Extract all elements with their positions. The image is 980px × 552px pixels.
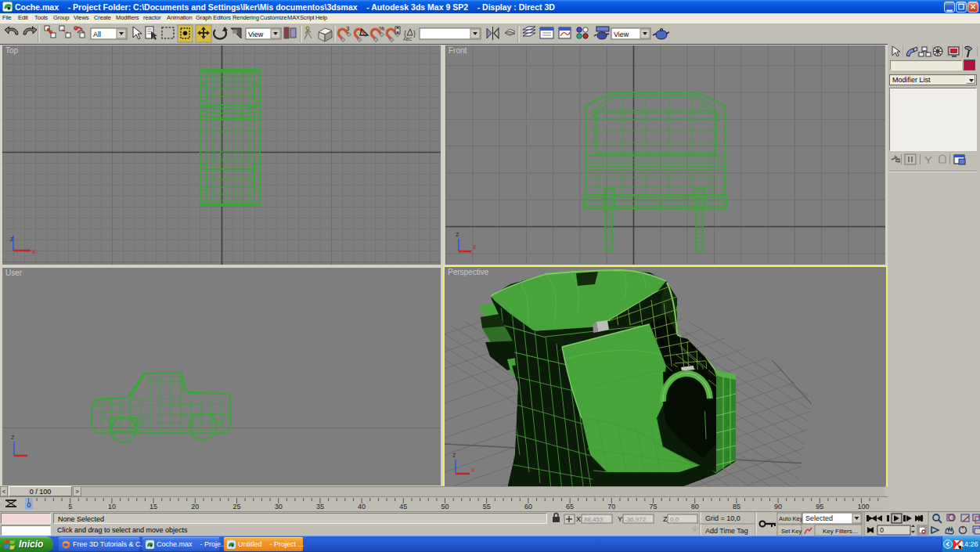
svg-text:-36,972: -36,972 (625, 516, 647, 523)
svg-text:95: 95 (816, 503, 823, 511)
svg-text:25: 25 (233, 503, 241, 511)
svg-text:x: x (471, 466, 475, 474)
svg-text:35: 35 (316, 503, 324, 511)
svg-text:5: 5 (68, 503, 72, 511)
svg-text:Add Time Tag: Add Time Tag (705, 527, 748, 535)
svg-text:80: 80 (691, 503, 699, 511)
svg-text:88,453: 88,453 (584, 516, 603, 523)
svg-text:}: } (413, 30, 416, 38)
svg-text:55: 55 (483, 503, 491, 511)
svg-text:50: 50 (441, 503, 449, 511)
svg-text:60: 60 (524, 503, 532, 511)
svg-text:30: 30 (275, 503, 283, 511)
svg-text:0,0: 0,0 (670, 516, 679, 523)
svg-text:All: All (93, 31, 101, 38)
svg-text:z: z (11, 433, 15, 441)
svg-text:0: 0 (27, 501, 31, 509)
svg-text:75: 75 (650, 503, 658, 511)
svg-text:%: % (379, 25, 384, 32)
svg-text:View: View (248, 31, 264, 38)
svg-text:10: 10 (108, 503, 116, 511)
svg-text:Auto Key: Auto Key (779, 515, 803, 522)
svg-text:z: z (10, 235, 14, 243)
svg-text:15: 15 (150, 503, 157, 511)
svg-text:Grid = 10,0: Grid = 10,0 (705, 514, 740, 522)
svg-text:90: 90 (774, 503, 782, 511)
svg-text:70: 70 (607, 503, 615, 511)
svg-text:x: x (473, 243, 477, 251)
svg-text:85: 85 (733, 503, 740, 511)
svg-text:3: 3 (346, 25, 350, 32)
svg-text:Key Filters...: Key Filters... (823, 528, 857, 535)
svg-text:45: 45 (399, 503, 407, 511)
svg-text:100: 100 (858, 503, 870, 511)
svg-text:40: 40 (358, 503, 366, 511)
svg-text:z: z (452, 451, 456, 459)
svg-text:x: x (32, 247, 36, 255)
svg-text:65: 65 (566, 503, 574, 511)
svg-text:0: 0 (880, 526, 884, 534)
svg-text:z: z (456, 230, 459, 238)
svg-text:View: View (614, 31, 629, 38)
svg-text:ABC: ABC (403, 37, 412, 41)
svg-text:20: 20 (191, 503, 199, 511)
svg-text:Set Key: Set Key (781, 528, 802, 535)
svg-text:Selected: Selected (805, 514, 833, 522)
